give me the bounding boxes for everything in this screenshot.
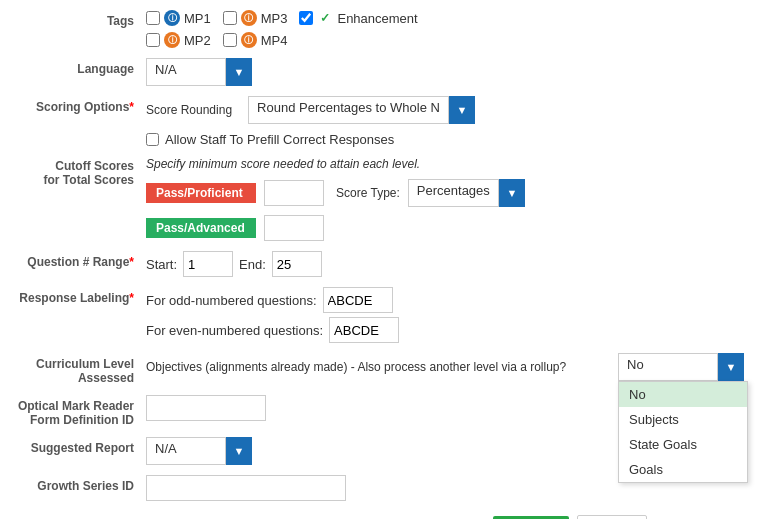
tag-mp3: ⓘ MP3 xyxy=(223,10,288,26)
suggested-report-wrapper: N/A ▼ xyxy=(146,437,252,465)
growth-series-label: Growth Series ID xyxy=(16,475,146,493)
range-inputs: Start: End: xyxy=(146,251,322,277)
tag-mp4-icon: ⓘ xyxy=(241,32,257,48)
score-type-label: Score Type: xyxy=(336,186,400,200)
curriculum-select[interactable]: No xyxy=(618,353,718,381)
omr-input[interactable] xyxy=(146,395,266,421)
start-input[interactable] xyxy=(183,251,233,277)
tag-enhancement-label: Enhancement xyxy=(337,11,417,26)
curriculum-dropdown-btn[interactable]: ▼ xyxy=(718,353,744,381)
tag-mp2: ⓘ MP2 xyxy=(146,32,211,48)
scoring-options-row: Scoring Options* Score Rounding Round Pe… xyxy=(16,96,744,147)
end-input[interactable] xyxy=(272,251,322,277)
tags-group: ⓘ MP1 ⓘ MP3 ✓ Enhancement ⓘ xyxy=(146,10,571,48)
dropdown-item-subjects[interactable]: Subjects xyxy=(619,407,747,432)
tag-mp4-checkbox[interactable] xyxy=(223,33,237,47)
start-label: Start: xyxy=(146,257,177,272)
tags-content: ⓘ MP1 ⓘ MP3 ✓ Enhancement ⓘ xyxy=(146,10,744,48)
dropdown-item-state-goals[interactable]: State Goals xyxy=(619,432,747,457)
curriculum-question-row: Objectives (alignments already made) - A… xyxy=(146,353,744,381)
pass-proficient-row: Pass/Proficient Score Type: Percentages … xyxy=(146,179,525,207)
tag-mp1-label: MP1 xyxy=(184,11,211,26)
score-rounding-wrapper: Round Percentages to Whole N ▼ xyxy=(248,96,475,124)
language-select[interactable]: N/A xyxy=(146,58,226,86)
curriculum-level-content: Objectives (alignments already made) - A… xyxy=(146,353,744,381)
pass-advanced-row: Pass/Advanced xyxy=(146,215,324,241)
suggested-report-dropdown-btn[interactable]: ▼ xyxy=(226,437,252,465)
end-label: End: xyxy=(239,257,266,272)
odd-input[interactable] xyxy=(323,287,393,313)
curriculum-dropdown-popup: No Subjects State Goals Goals xyxy=(618,381,748,483)
pass-advanced-label: Pass/Advanced xyxy=(146,218,256,238)
curriculum-dropdown-container: No ▼ No Subjects State Goals Goals xyxy=(618,353,744,381)
footer-row: Accept Cancel *Required Fields xyxy=(16,515,744,519)
response-labeling-row: Response Labeling* For odd-numbered ques… xyxy=(16,287,744,343)
tag-mp3-label: MP3 xyxy=(261,11,288,26)
tag-enhancement: ✓ Enhancement xyxy=(299,10,417,26)
omr-label: Optical Mark Reader Form Definition ID xyxy=(16,395,146,427)
tag-mp1-icon: ⓘ xyxy=(164,10,180,26)
score-rounding-select[interactable]: Round Percentages to Whole N xyxy=(248,96,449,124)
suggested-report-label: Suggested Report xyxy=(16,437,146,455)
allow-staff-checkbox[interactable] xyxy=(146,133,159,146)
tag-mp2-checkbox[interactable] xyxy=(146,33,160,47)
dropdown-item-goals[interactable]: Goals xyxy=(619,457,747,482)
curriculum-level-row: Curriculum Level Assessed Objectives (al… xyxy=(16,353,744,385)
curriculum-select-wrapper: No ▼ xyxy=(618,353,744,381)
suggested-report-select[interactable]: N/A xyxy=(146,437,226,465)
cutoff-scores-row: Cutoff Scores for Total Scores Specify m… xyxy=(16,157,744,241)
curriculum-question-text: Objectives (alignments already made) - A… xyxy=(146,360,610,374)
language-select-wrapper: N/A ▼ xyxy=(146,58,252,86)
allow-staff-label: Allow Staff To Prefill Correct Responses xyxy=(165,132,394,147)
tag-mp2-label: MP2 xyxy=(184,33,211,48)
tag-enhancement-checkbox[interactable] xyxy=(299,11,313,25)
language-label: Language xyxy=(16,58,146,76)
score-type-wrapper: Percentages ▼ xyxy=(408,179,525,207)
score-type-select[interactable]: Percentages xyxy=(408,179,499,207)
tag-enhancement-icon: ✓ xyxy=(317,10,333,26)
tag-mp2-icon: ⓘ xyxy=(164,32,180,48)
response-labeling-label: Response Labeling* xyxy=(16,287,146,305)
score-rounding-label: Score Rounding xyxy=(146,103,232,117)
tag-mp1-checkbox[interactable] xyxy=(146,11,160,25)
odd-label: For odd-numbered questions: xyxy=(146,293,317,308)
scoring-options-content: Score Rounding Round Percentages to Whol… xyxy=(146,96,744,147)
question-range-row: Question # Range* Start: End: xyxy=(16,251,744,277)
tag-mp4-label: MP4 xyxy=(261,33,288,48)
language-row: Language N/A ▼ xyxy=(16,58,744,86)
tag-mp3-icon: ⓘ xyxy=(241,10,257,26)
cancel-button[interactable]: Cancel xyxy=(577,515,647,519)
language-dropdown-btn[interactable]: ▼ xyxy=(226,58,252,86)
tag-mp3-checkbox[interactable] xyxy=(223,11,237,25)
score-rounding-dropdown-btn[interactable]: ▼ xyxy=(449,96,475,124)
response-labeling-content: For odd-numbered questions: For even-num… xyxy=(146,287,744,343)
pass-advanced-input[interactable] xyxy=(264,215,324,241)
even-response-row: For even-numbered questions: xyxy=(146,317,399,343)
score-rounding-row: Score Rounding Round Percentages to Whol… xyxy=(146,96,475,124)
dropdown-item-no[interactable]: No xyxy=(619,382,747,407)
tag-mp1: ⓘ MP1 xyxy=(146,10,211,26)
pass-proficient-input[interactable] xyxy=(264,180,324,206)
score-type-dropdown-btn[interactable]: ▼ xyxy=(499,179,525,207)
cutoff-scores-label: Cutoff Scores for Total Scores xyxy=(16,157,146,187)
even-label: For even-numbered questions: xyxy=(146,323,323,338)
tags-label: Tags xyxy=(16,10,146,28)
cutoff-instruction: Specify minimum score needed to attain e… xyxy=(146,157,420,171)
tag-mp4: ⓘ MP4 xyxy=(223,32,288,48)
odd-response-row: For odd-numbered questions: xyxy=(146,287,393,313)
even-input[interactable] xyxy=(329,317,399,343)
curriculum-level-label: Curriculum Level Assessed xyxy=(16,353,146,385)
tags-row: Tags ⓘ MP1 ⓘ MP3 ✓ Enhancement xyxy=(16,10,744,48)
question-range-label: Question # Range* xyxy=(16,251,146,269)
growth-series-input[interactable] xyxy=(146,475,346,501)
scoring-options-label-text: Scoring Options xyxy=(36,100,129,114)
language-content: N/A ▼ xyxy=(146,58,744,86)
allow-staff-row: Allow Staff To Prefill Correct Responses xyxy=(146,132,744,147)
pass-proficient-label: Pass/Proficient xyxy=(146,183,256,203)
question-range-content: Start: End: xyxy=(146,251,744,277)
cutoff-scores-content: Specify minimum score needed to attain e… xyxy=(146,157,744,241)
scoring-options-label: Scoring Options* xyxy=(16,96,146,114)
